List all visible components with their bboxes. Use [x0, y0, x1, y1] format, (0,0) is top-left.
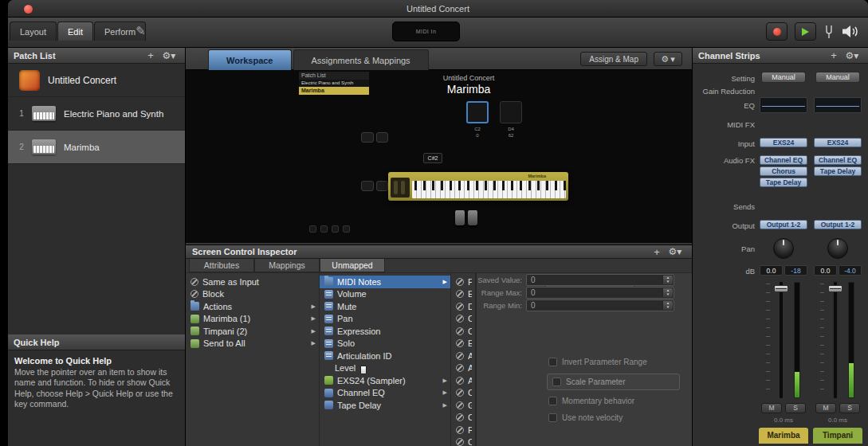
inspector-tab-unmapped[interactable]: Unmapped — [320, 259, 385, 272]
parameter-item-5[interactable]: E — [451, 338, 475, 350]
audio-fx-slot-chorus[interactable]: Chorus — [760, 166, 807, 176]
audio-fx-slot-tape-delay[interactable]: Tape Delay — [760, 178, 807, 187]
scale-parameter-checkbox[interactable] — [552, 378, 561, 386]
preview-screen-controls-upper[interactable] — [361, 132, 388, 143]
tab-assignments-mappings[interactable]: Assignments & Mappings — [293, 49, 429, 70]
channel-strips-gear-icon[interactable]: ⚙▾ — [842, 50, 862, 61]
workspace-action-gear-icon[interactable]: ⚙▾ — [654, 52, 682, 66]
output-slot-button[interactable]: Output 1-2 — [760, 220, 807, 229]
parameter-item-10[interactable]: G — [451, 399, 475, 412]
eq-display[interactable] — [760, 97, 807, 113]
volume-fader[interactable] — [758, 280, 809, 400]
inspector-action-gear-icon[interactable]: ⚙▾ — [665, 246, 685, 257]
preview-pad[interactable] — [500, 101, 522, 123]
parameter-item-2[interactable]: D — [451, 300, 475, 313]
preview-pedal-right[interactable] — [468, 210, 477, 225]
parameter-item-0[interactable]: F — [451, 276, 475, 288]
solo-button[interactable]: S — [839, 403, 860, 413]
mapping-item-channel-eq[interactable]: Channel EQ▶ — [320, 387, 450, 400]
stepper-control[interactable]: ▲▼ — [662, 288, 673, 297]
parameter-item-1[interactable]: E — [451, 288, 475, 301]
fader-handle[interactable] — [828, 285, 842, 292]
parameter-item-11[interactable]: C — [451, 412, 475, 424]
master-volume-icon[interactable] — [842, 25, 861, 38]
input-slot-button[interactable]: EXS24 — [814, 138, 862, 147]
invert-parameter-range-checkbox[interactable] — [548, 358, 557, 366]
parameter-item-4[interactable]: C — [451, 325, 475, 338]
mapping-item-expression[interactable]: Expression — [320, 325, 450, 338]
parameter-item-12[interactable]: F — [451, 424, 475, 436]
setting-button[interactable]: Manual — [761, 72, 806, 83]
hardware-item-send-to-all[interactable]: Send to All▶ — [186, 338, 319, 350]
record-button[interactable] — [766, 22, 787, 41]
play-button[interactable] — [795, 22, 816, 41]
audio-fx-slot-tape-delay[interactable]: Tape Delay — [814, 166, 862, 176]
field-value-input[interactable]: 0▲▼ — [526, 274, 674, 286]
close-button[interactable] — [24, 5, 33, 14]
hardware-item-timpani-2[interactable]: Timpani (2)▶ — [186, 325, 319, 338]
mode-button-layout[interactable]: Layout — [10, 22, 57, 41]
parameter-item-8[interactable]: A — [451, 374, 475, 387]
patch-list-action-gear-icon[interactable]: ⚙▾ — [159, 50, 179, 61]
preview-pad[interactable] — [466, 101, 489, 123]
patch-list-item-electric-piano-and-synth[interactable]: 1Electric Piano and Synth — [8, 97, 185, 131]
assign-and-map-button[interactable]: Assign & Map — [580, 52, 647, 66]
audio-fx-slot-channel-eq[interactable]: Channel EQ — [760, 155, 807, 165]
stepper-control[interactable]: ▲▼ — [662, 301, 673, 310]
eq-display[interactable] — [814, 97, 862, 113]
mode-button-edit[interactable]: Edit — [57, 22, 93, 41]
parameter-item-7[interactable]: A — [451, 362, 475, 375]
parameter-item-9[interactable]: C — [451, 387, 475, 400]
parameter-item-13[interactable]: C — [451, 436, 475, 446]
layout-mode-pencil-icon[interactable]: ✎ — [136, 24, 146, 38]
strip-name-tab[interactable]: Marimba — [759, 428, 808, 444]
mapping-item-level[interactable]: Level — [320, 362, 450, 375]
add-mapping-icon[interactable]: + — [649, 246, 665, 258]
solo-button[interactable]: S — [785, 403, 806, 413]
mapping-item-pan[interactable]: Pan — [320, 313, 450, 326]
pan-knob[interactable] — [827, 238, 848, 259]
tab-workspace[interactable]: Workspace — [208, 49, 292, 70]
stepper-control[interactable]: ▲▼ — [662, 276, 673, 284]
strip-name-tab[interactable]: Timpani — [813, 428, 862, 444]
preview-pedal-left[interactable] — [455, 210, 465, 225]
use-note-velocity-checkbox[interactable] — [548, 413, 557, 422]
mapping-item-tape-delay[interactable]: Tape Delay▶ — [320, 399, 450, 412]
pan-knob[interactable] — [773, 238, 794, 259]
hardware-item-marimba-1[interactable]: Marimba (1)▶ — [186, 313, 319, 326]
mapping-item-midi-notes[interactable]: MIDI Notes▶ — [320, 276, 450, 288]
mapping-item-solo[interactable]: Solo — [320, 338, 450, 350]
preview-keyboard-control[interactable]: Marimba — [388, 172, 568, 201]
titlebar[interactable]: Untitled Concert — [8, 0, 868, 18]
mapping-item-mute[interactable]: Mute — [320, 300, 450, 313]
add-channel-strip-icon[interactable]: + — [826, 49, 842, 61]
mute-button[interactable]: M — [761, 403, 782, 413]
patch-list-item-marimba[interactable]: 2Marimba — [8, 131, 185, 164]
mute-button[interactable]: M — [815, 403, 836, 413]
field-value-input[interactable]: 0▲▼ — [526, 287, 674, 299]
inspector-tab-attributes[interactable]: Attributes — [189, 259, 254, 272]
momentary-behavior-checkbox[interactable] — [548, 397, 557, 405]
input-slot-button[interactable]: EXS24 — [760, 138, 807, 147]
mapping-item-articulation-id[interactable]: Articulation ID — [320, 350, 450, 362]
inspector-tab-mappings[interactable]: Mappings — [254, 259, 320, 272]
preview-screen-controls-lower[interactable] — [361, 181, 388, 191]
parameter-item-3[interactable]: C — [451, 313, 475, 326]
output-slot-button[interactable]: Output 1-2 — [814, 220, 862, 229]
parameter-item-6[interactable]: A — [451, 350, 475, 362]
hardware-item-actions[interactable]: Actions▶ — [186, 300, 319, 313]
fader-handle[interactable] — [774, 285, 788, 292]
hardware-item-same-as-input[interactable]: Same as Input — [186, 276, 319, 288]
hardware-item-block[interactable]: Block — [186, 288, 319, 301]
mapping-item-exs24-sampler[interactable]: EXS24 (Sampler)▶ — [320, 374, 450, 387]
tuner-icon[interactable] — [823, 24, 835, 40]
scale-parameter-box[interactable]: Scale Parameter — [547, 374, 680, 390]
workspace-canvas[interactable]: Patch List Electric Piano and SynthMarim… — [186, 70, 692, 243]
mapping-item-volume[interactable]: Volume — [320, 288, 450, 301]
field-value-input[interactable]: 0▲▼ — [526, 299, 674, 311]
audio-fx-slot-channel-eq[interactable]: Channel EQ — [814, 155, 862, 165]
volume-fader[interactable] — [812, 280, 863, 400]
concert-list-item[interactable]: Untitled Concert — [8, 64, 185, 97]
setting-button[interactable]: Manual — [815, 72, 860, 83]
add-patch-icon[interactable]: + — [143, 49, 159, 61]
